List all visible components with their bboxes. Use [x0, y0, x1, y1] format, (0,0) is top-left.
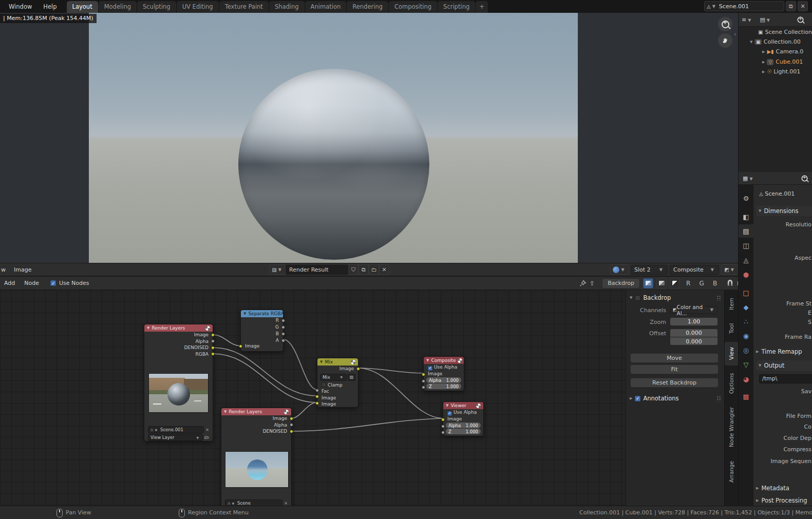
delete-scene-button[interactable]: ✕: [798, 1, 808, 11]
render-layer-button[interactable]: 🗁: [204, 435, 209, 440]
backdrop-offset-x-field[interactable]: 0.000: [670, 329, 717, 337]
socket-g-out[interactable]: [281, 325, 285, 329]
socket-image-out[interactable]: [211, 333, 215, 337]
collapse-icon[interactable]: ▼: [320, 360, 323, 364]
view-layer-dropdown[interactable]: View Layer▼: [148, 434, 203, 441]
menu-view-truncated[interactable]: w: [1, 266, 6, 273]
workspace-tab-layout[interactable]: Layout: [67, 1, 98, 13]
channel-b-button[interactable]: B: [710, 278, 720, 289]
use-alpha-checkbox[interactable]: ✓: [447, 411, 452, 416]
sidebar-tab-options[interactable]: Options: [725, 369, 738, 398]
scene-properties-tab[interactable]: ◬: [739, 253, 753, 266]
workspace-tab-rendering[interactable]: Rendering: [347, 1, 388, 13]
node-scene-selector[interactable]: ◬ ▼ Scene ✕: [225, 499, 288, 506]
browse-image-icon[interactable]: ▨▼: [269, 264, 286, 275]
collapse-icon[interactable]: ▼: [224, 410, 226, 414]
z-slider[interactable]: Z1.000: [426, 383, 461, 389]
socket-z-in[interactable]: [441, 431, 445, 434]
filter-dropdown[interactable]: ≡▼: [742, 16, 752, 23]
modifier-properties-tab[interactable]: ◆: [739, 300, 753, 314]
output-properties-tab[interactable]: ▤: [739, 224, 753, 238]
world-properties-tab[interactable]: ●: [739, 267, 753, 281]
backdrop-fit-button[interactable]: Fit: [630, 364, 719, 374]
fake-user-shield-icon[interactable]: ⛉: [348, 264, 358, 275]
render-result-link-button[interactable]: ▼: [610, 264, 629, 275]
backdrop-channel-alpha-button[interactable]: [670, 278, 680, 289]
panel-expand-icon[interactable]: ▶: [630, 396, 632, 400]
alpha-slider[interactable]: Alpha1.000: [426, 377, 461, 383]
socket-alpha-out[interactable]: [290, 423, 293, 427]
constraints-properties-tab[interactable]: ◎: [739, 343, 753, 357]
menu-image[interactable]: Image: [14, 266, 31, 273]
annotations-checkbox[interactable]: ✓: [635, 396, 640, 401]
socket-fac-in[interactable]: [315, 389, 319, 392]
particles-properties-tab[interactable]: ∴: [739, 315, 753, 328]
pan-tool-button[interactable]: [718, 33, 732, 48]
node-header[interactable]: ▼ Render Layers: [221, 408, 291, 415]
socket-denoised-out[interactable]: [290, 430, 293, 433]
backdrop-zoom-field[interactable]: 1.00: [670, 318, 717, 325]
workspace-tab-compositing[interactable]: Compositing: [389, 1, 437, 13]
outliner-row-scene-collection[interactable]: ▣ Scene Collection: [758, 27, 812, 37]
dimensions-panel-header[interactable]: ▼ Dimensions: [756, 206, 812, 216]
render-pass-dropdown[interactable]: Composite▼: [670, 265, 719, 275]
socket-z-in[interactable]: [422, 386, 425, 389]
image-name-field[interactable]: Render Result: [286, 265, 348, 275]
node-scene-selector[interactable]: ◬ ▼ Scene.001 ✕: [148, 426, 209, 433]
output-path-field[interactable]: /tmp\: [759, 374, 812, 383]
collapse-icon[interactable]: ▼: [243, 312, 246, 316]
use-alpha-checkbox[interactable]: ✓: [428, 366, 432, 371]
node-header[interactable]: ▼ Separate RGBA: [241, 310, 283, 317]
socket-alpha-in[interactable]: [422, 379, 425, 383]
object-properties-tab[interactable]: □: [739, 286, 753, 299]
backdrop-channel-color-button[interactable]: [656, 278, 667, 289]
collapse-icon[interactable]: ▼: [426, 358, 429, 362]
sidebar-tab-item[interactable]: Item: [725, 293, 738, 315]
node-composite[interactable]: ▼ Composite ✓Use Alpha Image Alpha1.000 …: [423, 356, 464, 391]
expand-icon[interactable]: ▼: [750, 40, 752, 44]
menu-add[interactable]: Add: [4, 280, 15, 286]
socket-rgba-out[interactable]: [211, 352, 215, 356]
copy-datablock-icon[interactable]: ⧉: [358, 264, 369, 275]
outliner-row-light[interactable]: ▶ ☉ Light.001: [762, 67, 800, 76]
socket-a-out[interactable]: [281, 339, 285, 342]
snap-magnet-icon[interactable]: [726, 279, 734, 287]
image-editor-viewport[interactable]: | Mem:136.85M (Peak 154.44M): [0, 13, 738, 263]
time-remapping-panel-header[interactable]: ▶ Time Remapp: [756, 348, 802, 355]
socket-r-out[interactable]: [281, 319, 285, 322]
node-render-layers-2[interactable]: ▼ Render Layers Image Alpha DENOISED ◬ ▼…: [221, 408, 292, 506]
unlink-scene-icon[interactable]: ✕: [205, 428, 209, 432]
socket-image-out[interactable]: [356, 367, 360, 371]
socket-denoised-out[interactable]: [211, 346, 215, 350]
view-layer-properties-tab[interactable]: ◫: [739, 239, 753, 252]
socket-image2-in[interactable]: [315, 401, 319, 405]
tool-properties-tab[interactable]: ⚙: [739, 191, 753, 205]
collapse-icon[interactable]: ▼: [147, 326, 149, 330]
backdrop-reset-button[interactable]: Reset Backdrop: [630, 378, 719, 388]
workspace-tab-modeling[interactable]: Modeling: [99, 1, 137, 13]
menu-help[interactable]: Help: [37, 3, 62, 10]
node-header[interactable]: ▼ Render Layers: [144, 324, 213, 332]
socket-image-in[interactable]: [441, 418, 445, 421]
physics-properties-tab[interactable]: ◉: [739, 329, 753, 342]
display-mode-dropdown[interactable]: ▤▼: [760, 16, 771, 23]
region-corner-arrow[interactable]: ‹: [734, 31, 736, 37]
socket-image-in[interactable]: [422, 373, 425, 376]
unlink-scene-icon[interactable]: ✕: [284, 501, 288, 506]
node-mix[interactable]: ▼ Mix Image Mix▼ ▨ Clamp Fac Image Image: [317, 358, 358, 408]
channel-r-button[interactable]: R: [683, 278, 693, 289]
backdrop-channel-color-alpha-button[interactable]: [643, 278, 653, 289]
annotations-panel-header[interactable]: ▶ ✓ Annotations: [626, 393, 725, 404]
workspace-tab-scripting[interactable]: Scripting: [438, 1, 475, 13]
workspace-tab-uv-editing[interactable]: UV Editing: [177, 1, 219, 13]
socket-alpha-out[interactable]: [211, 339, 215, 343]
search-icon[interactable]: [802, 175, 808, 181]
outliner-row-cube[interactable]: ▶ ▽ Cube.001: [762, 57, 803, 67]
outliner-row-collection[interactable]: ▼ ▣ Collection.00: [750, 37, 801, 47]
sidebar-tab-arrange[interactable]: Arrange: [725, 456, 738, 488]
workspace-tab-shading[interactable]: Shading: [269, 1, 305, 13]
socket-image1-in[interactable]: [315, 395, 319, 398]
zoom-tool-button[interactable]: [718, 17, 732, 31]
display-channels-dropdown[interactable]: ◩▼: [721, 264, 739, 275]
node-header[interactable]: ▼ Viewer: [443, 402, 483, 409]
